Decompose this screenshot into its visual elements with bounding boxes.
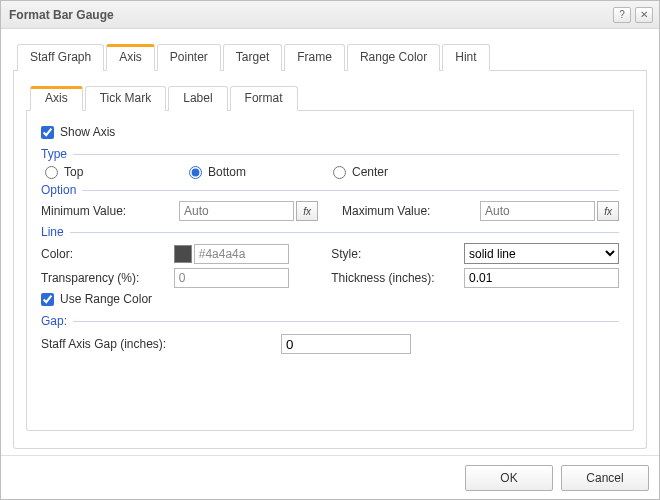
tab-hint[interactable]: Hint xyxy=(442,44,489,71)
radio-top-input[interactable] xyxy=(45,166,58,179)
format-bar-gauge-dialog: Format Bar Gauge ? ✕ Staff Graph Axis Po… xyxy=(0,0,660,500)
show-axis-row: Show Axis xyxy=(41,125,619,139)
max-value-input[interactable] xyxy=(480,201,595,221)
gap-input[interactable] xyxy=(281,334,411,354)
titlebar: Format Bar Gauge ? ✕ xyxy=(1,1,659,29)
gap-row: Staff Axis Gap (inches): xyxy=(41,334,619,354)
cancel-button[interactable]: Cancel xyxy=(561,465,649,491)
divider xyxy=(70,232,619,233)
dialog-footer: OK Cancel xyxy=(1,455,659,499)
radio-top[interactable]: Top xyxy=(45,165,185,179)
line-row-2: Transparency (%): Thickness (inches): xyxy=(41,268,619,288)
style-select[interactable]: solid line xyxy=(464,243,619,264)
tab-pointer[interactable]: Pointer xyxy=(157,44,221,71)
radio-bottom-label: Bottom xyxy=(208,165,246,179)
section-option-heading: Option xyxy=(41,183,76,197)
inner-tab-label[interactable]: Label xyxy=(168,86,227,111)
type-radio-row: Top Bottom Center xyxy=(45,165,619,179)
ok-button[interactable]: OK xyxy=(465,465,553,491)
transparency-input[interactable] xyxy=(174,268,289,288)
min-value-input[interactable] xyxy=(179,201,294,221)
section-line-heading: Line xyxy=(41,225,64,239)
inner-tab-format[interactable]: Format xyxy=(230,86,298,111)
tab-target[interactable]: Target xyxy=(223,44,282,71)
divider xyxy=(82,190,619,191)
section-gap: Gap: xyxy=(41,314,619,328)
tab-frame[interactable]: Frame xyxy=(284,44,345,71)
radio-center-label: Center xyxy=(352,165,388,179)
help-icon[interactable]: ? xyxy=(613,7,631,23)
option-row: Minimum Value: fx Maximum Value: fx xyxy=(41,201,619,221)
max-value-label: Maximum Value: xyxy=(322,204,480,218)
color-swatch[interactable] xyxy=(174,245,192,263)
thickness-input[interactable] xyxy=(464,268,619,288)
use-range-color-label[interactable]: Use Range Color xyxy=(60,292,152,306)
radio-bottom-input[interactable] xyxy=(189,166,202,179)
radio-bottom[interactable]: Bottom xyxy=(189,165,329,179)
style-label: Style: xyxy=(311,247,464,261)
radio-center[interactable]: Center xyxy=(333,165,473,179)
dialog-body: Staff Graph Axis Pointer Target Frame Ra… xyxy=(1,29,659,455)
thickness-label: Thickness (inches): xyxy=(311,271,464,285)
use-range-color-row: Use Range Color xyxy=(41,292,619,306)
show-axis-label[interactable]: Show Axis xyxy=(60,125,115,139)
inner-tabbar: Axis Tick Mark Label Format xyxy=(26,85,634,111)
section-type: Type xyxy=(41,147,619,161)
transparency-label: Transparency (%): xyxy=(41,271,174,285)
gap-label: Staff Axis Gap (inches): xyxy=(41,337,281,351)
inner-tab-axis[interactable]: Axis xyxy=(30,86,83,111)
inner-panel: Show Axis Type Top Bottom xyxy=(26,111,634,431)
section-type-heading: Type xyxy=(41,147,67,161)
section-option: Option xyxy=(41,183,619,197)
tab-axis[interactable]: Axis xyxy=(106,44,155,71)
use-range-color-checkbox[interactable] xyxy=(41,293,54,306)
main-tabbar: Staff Graph Axis Pointer Target Frame Ra… xyxy=(13,43,647,71)
tab-range-color[interactable]: Range Color xyxy=(347,44,440,71)
color-hex-input[interactable] xyxy=(194,244,289,264)
radio-top-label: Top xyxy=(64,165,83,179)
divider xyxy=(73,321,619,322)
main-tab-panel: Axis Tick Mark Label Format Show Axis Ty… xyxy=(13,71,647,449)
tab-staff-graph[interactable]: Staff Graph xyxy=(17,44,104,71)
min-fx-button[interactable]: fx xyxy=(296,201,318,221)
min-value-label: Minimum Value: xyxy=(41,204,179,218)
section-gap-heading: Gap: xyxy=(41,314,67,328)
divider xyxy=(73,154,619,155)
color-label: Color: xyxy=(41,247,174,261)
line-row-1: Color: Style: solid line xyxy=(41,243,619,264)
max-fx-button[interactable]: fx xyxy=(597,201,619,221)
section-line: Line xyxy=(41,225,619,239)
radio-center-input[interactable] xyxy=(333,166,346,179)
dialog-title: Format Bar Gauge xyxy=(9,8,609,22)
inner-tab-tick-mark[interactable]: Tick Mark xyxy=(85,86,167,111)
close-icon[interactable]: ✕ xyxy=(635,7,653,23)
show-axis-checkbox[interactable] xyxy=(41,126,54,139)
